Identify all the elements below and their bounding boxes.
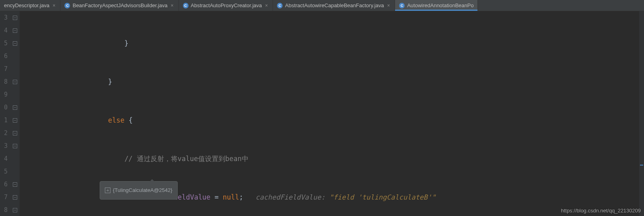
code-area[interactable]: } } else { // 通过反射，将value值设置到bean中 this.… (20, 11, 644, 216)
fold-minus-icon (13, 105, 17, 110)
fold-minus-icon (13, 41, 17, 46)
fold-minus-icon (13, 80, 17, 84)
line-number: 6 (0, 178, 8, 191)
line-number: 8 (0, 75, 8, 88)
fold-toggle[interactable] (10, 37, 20, 50)
debug-value-popup[interactable]: {TulingCalculateA@2542} (100, 181, 178, 200)
fold-minus-icon (13, 28, 17, 33)
line-number: 6 (0, 50, 8, 63)
close-icon[interactable]: × (386, 3, 391, 8)
fold-minus-icon (13, 16, 17, 20)
fold-minus-icon (13, 131, 17, 135)
close-icon[interactable]: × (52, 3, 56, 8)
close-icon[interactable]: × (264, 3, 269, 8)
fold-minus-icon (13, 182, 17, 187)
line-number: 5 (0, 37, 8, 50)
tab-label: BeanFactoryAspectJAdvisorsBuilder.java (72, 2, 167, 8)
fold-minus-icon (13, 118, 17, 123)
fold-toggle[interactable] (10, 101, 20, 114)
fold-toggle[interactable] (10, 114, 20, 127)
editor-tab-bar: encyDescriptor.java × C BeanFactoryAspec… (0, 0, 644, 11)
fold-toggle[interactable] (10, 204, 20, 216)
tab-4[interactable]: C AutowiredAnnotationBeanPo (395, 0, 478, 11)
class-icon: C (277, 3, 283, 8)
code-line: else { (22, 114, 644, 127)
fold-toggle[interactable] (10, 11, 20, 24)
code-line: } (22, 37, 644, 50)
tab-1[interactable]: C BeanFactoryAspectJAdvisorsBuilder.java… (60, 0, 179, 11)
line-number-gutter: 3456789012345678 (0, 11, 10, 216)
line-number: 2 (0, 127, 8, 139)
tab-0[interactable]: encyDescriptor.java × (0, 0, 60, 11)
fold-toggle[interactable] (10, 63, 20, 75)
tab-label: AutowiredAnnotationBeanPo (407, 2, 473, 8)
inline-hint-value: "field 'tulingCalculateB'" (329, 193, 436, 201)
line-number: 7 (0, 191, 8, 204)
line-number: 0 (0, 101, 8, 114)
fold-toggle[interactable] (10, 88, 20, 101)
code-editor[interactable]: 3456789012345678 } } else { // 通过反射，将val… (0, 11, 644, 216)
inline-hint: cachedFieldValue: (255, 193, 329, 201)
line-number: 3 (0, 11, 8, 24)
line-number: 4 (0, 24, 8, 37)
line-number: 5 (0, 165, 8, 178)
tab-label: AbstractAutowireCapableBeanFactory.java (285, 2, 384, 8)
fold-minus-icon (13, 144, 17, 148)
line-number: 3 (0, 139, 8, 152)
fold-toggle[interactable] (10, 127, 20, 139)
fold-toggle[interactable] (10, 165, 20, 178)
tab-3[interactable]: C AbstractAutowireCapableBeanFactory.jav… (273, 0, 395, 11)
tab-label: encyDescriptor.java (4, 2, 49, 8)
line-number: 7 (0, 63, 8, 75)
fold-toggle[interactable] (10, 75, 20, 88)
tab-2[interactable]: C AbstractAutoProxyCreator.java × (179, 0, 273, 11)
fold-toggle[interactable] (10, 139, 20, 152)
expand-icon[interactable] (105, 188, 110, 193)
tab-label: AbstractAutoProxyCreator.java (191, 2, 262, 8)
editor-minimap[interactable] (639, 11, 644, 216)
fold-toggle[interactable] (10, 24, 20, 37)
fold-toggle[interactable] (10, 50, 20, 63)
popup-value: {TulingCalculateA@2542} (113, 184, 173, 197)
watermark: https://blog.csdn.net/qq_22130209 (561, 208, 641, 214)
fold-toggle[interactable] (10, 178, 20, 191)
code-line: } (22, 75, 644, 88)
close-icon[interactable]: × (170, 3, 174, 8)
line-number: 9 (0, 88, 8, 101)
fold-minus-icon (13, 208, 17, 212)
fold-toggle[interactable] (10, 191, 20, 204)
line-number: 1 (0, 114, 8, 127)
code-line: // 通过反射，将value值设置到bean中 (22, 152, 644, 165)
fold-gutter[interactable] (10, 11, 20, 216)
line-number: 4 (0, 152, 8, 165)
fold-toggle[interactable] (10, 152, 20, 165)
line-number: 8 (0, 204, 8, 216)
class-icon: C (183, 3, 189, 8)
fold-minus-icon (13, 195, 17, 200)
class-icon: C (64, 3, 70, 8)
class-icon: C (399, 3, 405, 8)
